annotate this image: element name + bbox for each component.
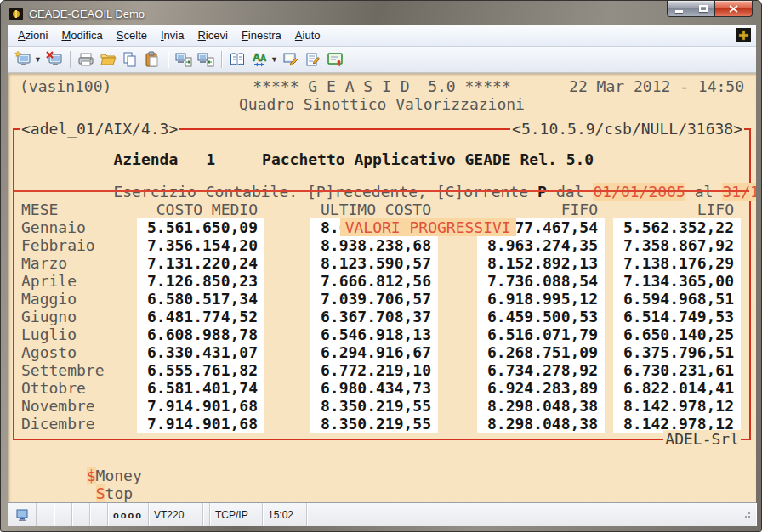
month-cell: Luglio [21,325,130,343]
value-cell: 6.459.500,53 [477,308,605,325]
address-book-button[interactable] [226,48,248,71]
value-cell: 7.914.901,68 [137,415,264,433]
menu-ricevi[interactable]: Ricevi [190,26,234,44]
value-cell: 7.736.088,54 [477,272,605,290]
table-row: Agosto 6.330.431,07 6.294.916,67 6.268.7… [21,343,742,361]
table-row: Aprile 7.126.850,23 7.666.812,56 7.736.0… [21,272,742,290]
money-key-letter[interactable]: $ [87,467,96,484]
value-cell: 7.358.867,92 [613,236,741,254]
value-cell: 8.963.274,35 [477,236,605,254]
status-pane [72,503,90,526]
maximize-button[interactable] [691,1,715,17]
value-cell: 6.481.774,52 [137,308,264,325]
header-fifo: FIFO [477,201,605,218]
connection-info-label: <5.10.5.9/csb/NULL/31638> [510,120,744,138]
disconnect-button[interactable] [43,48,65,71]
menu-scelte[interactable]: Scelte [110,26,154,44]
receive-file-icon [197,51,214,68]
menu-aiuto[interactable]: Aiuto [288,26,327,44]
copy-button[interactable] [119,48,141,71]
fonts-dropdown[interactable]: ▼ [270,55,280,64]
value-cell: 6.608.988,78 [137,325,264,343]
print-button[interactable] [75,48,97,71]
address-book-icon [229,51,246,68]
table-row: Novembre 7.914.901,68 8.350.219,55 8.298… [21,397,742,415]
value-cell: 7.138.176,29 [613,254,741,272]
menu-azioni[interactable]: Azioni [11,26,54,44]
value-cell: 8.298.048,38 [477,415,605,433]
toolbar-separator [221,51,222,68]
close-button[interactable] [714,1,753,17]
money-key[interactable]: $Money [87,467,142,484]
screen-edit-button[interactable] [280,48,302,71]
month-cell: Dicembre [21,415,130,433]
menubar: Azioni Modifica Scelte Invia Ricevi Fine… [8,25,756,47]
certificate-icon [327,51,344,68]
value-cell: 6.734.278,92 [477,361,605,379]
certificate-button[interactable] [324,48,346,71]
menu-finestra[interactable]: Finestra [235,26,288,44]
notes-button[interactable] [302,48,324,71]
money-key-rest: Money [96,467,142,484]
value-cell: 6.918.995,12 [477,290,605,308]
svg-text:A: A [260,54,266,63]
value-cell: 8.152.892,13 [477,254,605,272]
print-icon [77,51,94,68]
value-cell: 6.730.231,61 [613,361,741,379]
stop-key-letter[interactable]: S [96,484,105,502]
value-cell: 6.555.761,82 [137,361,264,379]
value-cell: 7.039.706,57 [310,290,438,308]
value-cell: 8.350.219,55 [310,397,438,415]
value-cell: 6.330.431,07 [137,343,264,361]
terminal-screen: (vasin100) ***** G E A S I D 5.0 ***** 2… [8,73,756,502]
new-connection-button[interactable] [12,48,34,71]
value-cell: 6.924.283,89 [477,379,605,397]
client-area: Azioni Modifica Scelte Invia Ricevi Fine… [8,25,756,526]
table-row: Settembre 6.555.761,82 6.772.219,10 6.73… [21,361,742,379]
menu-modifica[interactable]: Modifica [54,26,109,44]
section-divider: VALORI PROGRESSIVI [21,183,742,201]
screen-edit-icon [282,51,299,68]
window-frame-bottom [1,526,761,532]
table-row: Luglio 6.608.988,78 6.546.918,13 6.516.0… [21,325,742,343]
value-cell: 6.546.918,13 [310,325,438,343]
paste-icon [144,51,161,68]
open-button[interactable] [97,48,119,71]
resize-grip[interactable] [742,510,751,518]
value-cell: 6.516.071,79 [477,325,605,343]
minimize-button[interactable] [667,1,691,17]
value-cell: 8.142.978,12 [613,397,741,415]
close-icon [729,5,738,13]
table-row: Maggio 6.580.517,34 7.039.706,57 6.918.9… [21,290,742,308]
new-connection-dropdown[interactable]: ▼ [34,55,43,64]
value-cell: 7.134.365,00 [613,272,741,290]
window-title: GEADE-GEAOIL Demo [29,8,145,20]
value-cell: 6.822.014,41 [613,379,741,397]
stop-key-rest: top [105,484,134,502]
menu-invia[interactable]: Invia [154,26,190,44]
paste-button[interactable] [141,48,163,71]
value-cell: 7.356.154,20 [137,236,264,254]
send-file-button[interactable] [173,48,195,71]
fonts-button[interactable]: A A [248,48,270,71]
terminal-header-line: (vasin100) ***** G E A S I D 5.0 ***** 2… [13,77,751,95]
titlebar[interactable]: GEADE-GEAOIL Demo [1,1,761,25]
host-info-label: <adel_01/AIX/4.3> [20,120,179,138]
statusbar: oooo VT220 TCP/IP 15:02 [8,502,756,526]
stop-key[interactable]: Stop [96,484,133,502]
status-pane [307,503,756,526]
value-cell: 7.914.901,68 [137,397,264,415]
value-cell: 5.561.650,09 [137,218,264,236]
month-cell: Gennaio [21,218,130,236]
section-title: VALORI PROGRESSIVI [340,218,516,236]
header-lifo: LIFO [613,201,741,218]
send-file-icon [175,51,192,68]
screen-subtitle: Quadro Sinottico Valorizzazioni [13,95,751,113]
toolbar-separator [168,51,168,68]
toolbar: ▼ [8,47,756,73]
value-cell: 6.650.140,25 [613,325,741,343]
table-row: Dicembre 7.914.901,68 8.350.219,55 8.298… [21,415,742,433]
receive-file-button[interactable] [195,48,217,71]
status-leds: oooo [108,503,149,526]
session-indicator-icon [736,28,751,42]
